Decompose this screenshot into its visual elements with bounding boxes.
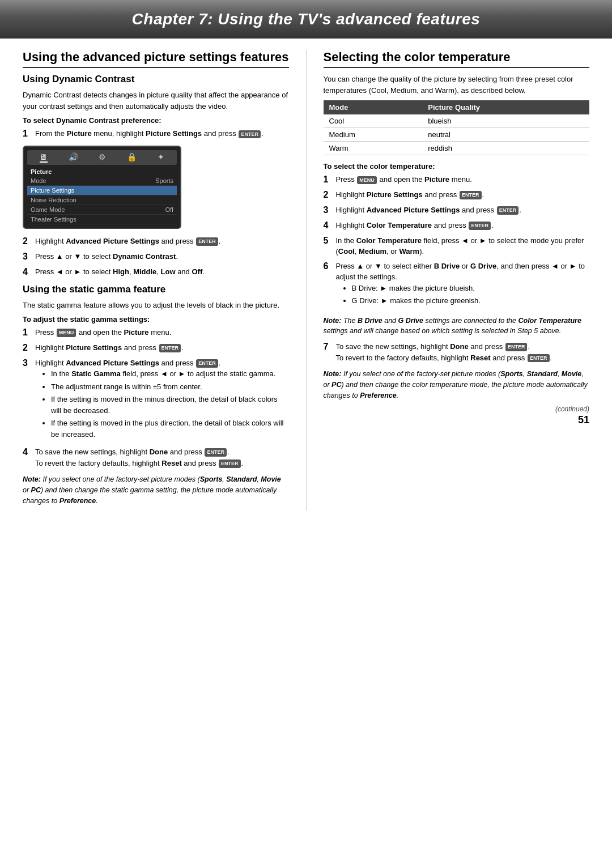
step-item: To save the new settings, highlight Done… xyxy=(23,446,289,469)
tv-icon-lock: 🔒 xyxy=(127,152,137,163)
left-column: Using the advanced picture settings feat… xyxy=(23,50,289,510)
enter-badge: ENTER xyxy=(528,354,550,363)
enter-badge: ENTER xyxy=(205,448,227,457)
dynamic-contrast-steps-2: Highlight Advanced Picture Settings and … xyxy=(23,236,289,278)
color-temp-steps-2: To save the new settings, highlight Done… xyxy=(324,341,590,363)
table-cell-quality: neutral xyxy=(422,128,589,142)
step-item: In the Color Temperature field, press ◄ … xyxy=(324,235,590,257)
table-row: Cool blueish xyxy=(324,114,590,128)
tv-menu-row-picture-settings: Picture Settings xyxy=(27,186,177,195)
tv-icon-audio: 🔊 xyxy=(69,152,78,163)
static-gamma-bullets: In the Static Gamma field, press ◄ or ► … xyxy=(35,368,289,440)
step-item: Highlight Advanced Picture Settings and … xyxy=(23,358,289,444)
dynamic-contrast-title: Using Dynamic Contrast xyxy=(23,74,289,85)
table-cell-quality: reddish xyxy=(422,142,589,155)
color-temp-note: Note: If you select one of the factory-s… xyxy=(324,369,590,401)
color-temp-table: Mode Picture Quality Cool blueish Medium… xyxy=(324,100,590,155)
bullet-item: G Drive: ► makes the picture greenish. xyxy=(352,295,590,307)
tv-menu-icons: 🖥 🔊 ⚙ 🔒 ✦ xyxy=(27,150,177,165)
tv-menu-row-game: Game ModeOff xyxy=(27,205,177,215)
bullet-item: B Drive: ► makes the picture blueish. xyxy=(352,283,590,294)
static-gamma-steps: Press MENU and open the Picture menu. Hi… xyxy=(23,327,289,469)
step-item: To save the new settings, highlight Done… xyxy=(324,341,590,363)
static-gamma-note: Note: If you select one of the factory-s… xyxy=(23,474,289,506)
continued-text: (continued) xyxy=(324,405,590,413)
main-content: Using the advanced picture settings feat… xyxy=(0,39,612,522)
table-header-mode: Mode xyxy=(324,100,423,114)
dynamic-contrast-steps: From the Picture menu, highlight Picture… xyxy=(23,128,289,140)
static-gamma-title: Using the static gamma feature xyxy=(23,284,289,295)
chapter-title: Chapter 7: Using the TV's advanced featu… xyxy=(23,10,589,28)
bdrive-note: Note: The B Drive and G Drive settings a… xyxy=(324,316,590,337)
table-row: Medium neutral xyxy=(324,128,590,142)
color-temp-body: You can change the quality of the pictur… xyxy=(324,74,590,96)
static-gamma-heading: To adjust the static gamma settings: xyxy=(23,315,289,324)
dynamic-contrast-heading: To select Dynamic Contrast preference: xyxy=(23,116,289,125)
color-temp-bullets: B Drive: ► makes the picture blueish. G … xyxy=(336,283,590,307)
step-item: From the Picture menu, highlight Picture… xyxy=(23,128,289,140)
enter-badge: ENTER xyxy=(196,237,218,246)
step-item: Press ▲ or ▼ to select Dynamic Contrast. xyxy=(23,251,289,263)
right-section-title: Selecting the color temperature xyxy=(324,50,590,68)
chapter-header: Chapter 7: Using the TV's advanced featu… xyxy=(0,0,612,39)
dynamic-contrast-body: Dynamic Contrast detects changes in pict… xyxy=(23,90,289,112)
table-cell-mode: Medium xyxy=(324,128,423,142)
step-item: Press MENU and open the Picture menu. xyxy=(324,174,590,186)
table-row: Warm reddish xyxy=(324,142,590,155)
step-item: Highlight Advanced Picture Settings and … xyxy=(324,205,590,216)
right-column: Selecting the color temperature You can … xyxy=(306,50,590,510)
left-section-title: Using the advanced picture settings feat… xyxy=(23,50,289,68)
enter-badge: ENTER xyxy=(219,459,241,468)
enter-badge: ENTER xyxy=(460,191,482,199)
step-item: Highlight Color Temperature and press EN… xyxy=(324,220,590,232)
tv-menu-row-noise: Noise Reduction xyxy=(27,195,177,205)
enter-badge: ENTER xyxy=(505,343,528,351)
bullet-item: In the Static Gamma field, press ◄ or ► … xyxy=(51,368,289,380)
tv-menu-row-theater: Theater Settings xyxy=(27,215,177,224)
tv-icon-picture: 🖥 xyxy=(40,152,48,163)
bullet-item: The adjustment range is within ±5 from c… xyxy=(51,381,289,393)
table-header-quality: Picture Quality xyxy=(422,100,589,114)
static-gamma-body: The static gamma feature allows you to a… xyxy=(23,300,289,311)
tv-icon-time: ✦ xyxy=(158,152,164,163)
enter-badge: ENTER xyxy=(239,130,261,139)
step-item: Press ◄ or ► to select High, Middle, Low… xyxy=(23,266,289,278)
step-item: Highlight Picture Settings and press ENT… xyxy=(23,342,289,354)
tv-menu-picture-label: Picture xyxy=(27,167,177,176)
bullet-item: If the setting is moved in the plus dire… xyxy=(51,418,289,440)
step-item: Highlight Advanced Picture Settings and … xyxy=(23,236,289,248)
bullet-item: If the setting is moved in the minus dir… xyxy=(51,394,289,416)
enter-badge: ENTER xyxy=(196,359,218,368)
color-temp-heading: To select the color temperature: xyxy=(324,162,590,171)
enter-badge: ENTER xyxy=(497,206,519,215)
table-cell-mode: Warm xyxy=(324,142,423,155)
tv-menu-screenshot: 🖥 🔊 ⚙ 🔒 ✦ Picture ModeSports Picture Set… xyxy=(23,146,181,229)
tv-icon-settings: ⚙ xyxy=(99,152,106,163)
footer: (continued) 51 xyxy=(324,405,590,426)
table-header-row: Mode Picture Quality xyxy=(324,100,590,114)
step-item: Highlight Picture Settings and press ENT… xyxy=(324,189,590,201)
color-temp-steps: Press MENU and open the Picture menu. Hi… xyxy=(324,174,590,309)
step-item: Press MENU and open the Picture menu. xyxy=(23,327,289,339)
step-item: Press ▲ or ▼ to select either B Drive or… xyxy=(324,261,590,310)
menu-badge: MENU xyxy=(357,176,377,185)
tv-menu-row-mode: ModeSports xyxy=(27,176,177,186)
page-number: 51 xyxy=(324,414,590,426)
table-cell-mode: Cool xyxy=(324,114,423,128)
enter-badge: ENTER xyxy=(159,344,181,352)
enter-badge: ENTER xyxy=(469,222,491,230)
menu-badge: MENU xyxy=(57,329,76,337)
table-cell-quality: blueish xyxy=(422,114,589,128)
